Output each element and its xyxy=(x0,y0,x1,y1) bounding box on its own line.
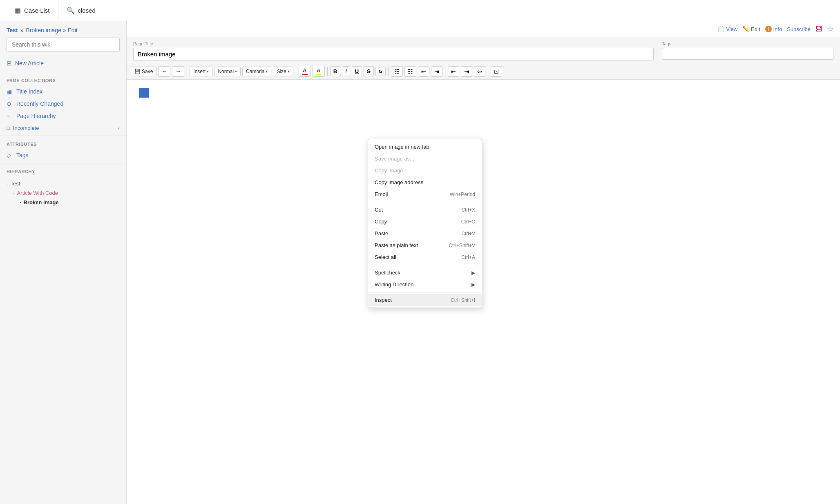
page-title-input[interactable] xyxy=(133,48,654,60)
view-label: View xyxy=(726,26,737,32)
info-badge: i xyxy=(765,26,772,32)
sidebar: Test » Broken image » Edit ⊞ New Article… xyxy=(0,21,127,504)
ctx-inspect-shortcut: Ctrl+Shift+I xyxy=(451,297,475,303)
editor-content[interactable] xyxy=(127,80,840,504)
ctx-sep-2 xyxy=(368,265,482,265)
ctx-emoji[interactable]: Emoji Win+Period xyxy=(368,188,482,200)
sidebar-item-recently-changed[interactable]: ⊙ Recently Changed xyxy=(0,98,126,110)
indent-decrease-button[interactable]: ⇤ xyxy=(418,66,429,77)
tags-label: Tags xyxy=(16,152,29,158)
strikethrough-label: S xyxy=(367,68,371,74)
size-label: Size xyxy=(277,69,286,74)
font-color-label: A xyxy=(303,67,306,74)
ctx-spellcheck-label: Spellcheck xyxy=(375,270,400,276)
tree-label-test: Test xyxy=(11,181,20,187)
ctx-copy-image-label: Copy image xyxy=(375,167,403,174)
ctx-inspect[interactable]: Inspect Ctrl+Shift+I xyxy=(368,294,482,306)
ctx-cut-shortcut: Ctrl+X xyxy=(461,207,475,213)
ctx-copy-image-address[interactable]: Copy image address xyxy=(368,176,482,188)
align-right-button[interactable]: ⇦ xyxy=(474,66,485,77)
save-label: Save xyxy=(142,69,153,74)
ctx-paste[interactable]: Paste Ctrl+V xyxy=(368,227,482,239)
size-dropdown[interactable]: Size ▾ xyxy=(273,67,293,76)
info-button[interactable]: i Info xyxy=(765,26,782,32)
tags-input[interactable] xyxy=(662,48,833,60)
subscribe-label: Subscribe xyxy=(787,26,811,32)
sidebar-item-tags[interactable]: ◇ Tags xyxy=(0,149,126,161)
align-center-button[interactable]: ⇥ xyxy=(461,66,472,77)
search-icon: 🔍 xyxy=(67,7,75,14)
align-left-icon: ⇤ xyxy=(451,68,456,75)
content-area: 📄 View ✏️ Edit i Info Subscribe ⛾ ☆ Page… xyxy=(127,21,840,504)
save-disk-icon: 💾 xyxy=(134,69,141,74)
align-left-button[interactable]: ⇤ xyxy=(448,66,459,77)
incomplete-icon: □ xyxy=(7,125,10,131)
ordered-list-button[interactable]: ☷ xyxy=(391,66,403,77)
hierarchy-tree: · Test · Article With Code · Broken imag… xyxy=(0,176,126,210)
unordered-list-button[interactable]: ☷ xyxy=(404,66,416,77)
font-color-button[interactable]: A xyxy=(299,66,311,77)
subscribe-button[interactable]: Subscribe xyxy=(787,26,811,32)
new-article-label: New Article xyxy=(15,60,44,67)
star-icon[interactable]: ☆ xyxy=(827,25,833,33)
ctx-paste-plain-label: Paste as plain text xyxy=(375,242,418,248)
insert-label: Insert xyxy=(193,69,206,74)
tree-item-article-with-code[interactable]: · Article With Code xyxy=(0,188,126,198)
ctx-select-all-label: Select all xyxy=(375,254,396,260)
sidebar-item-incomplete[interactable]: □ Incomplete ‹ xyxy=(0,122,126,134)
tree-item-test[interactable]: · Test xyxy=(0,179,126,188)
toolbar-sep-6 xyxy=(488,67,488,76)
search-box-wrap xyxy=(0,38,126,56)
breadcrumb: Test » Broken image » Edit xyxy=(0,21,126,38)
ctx-copy-image[interactable]: Copy image xyxy=(368,165,482,176)
tags-label: Tags: xyxy=(662,41,833,46)
ctx-sep-3 xyxy=(368,292,482,292)
editor-scroll[interactable] xyxy=(127,80,840,504)
font-color-swatch xyxy=(302,74,308,75)
recently-changed-label: Recently Changed xyxy=(16,100,63,107)
ctx-spellcheck[interactable]: Spellcheck ▶ xyxy=(368,267,482,279)
case-list-tab[interactable]: ▦ Case List xyxy=(7,0,58,21)
ctx-paste-plain[interactable]: Paste as plain text Ctrl+Shift+V xyxy=(368,239,482,251)
align-center-icon: ⇥ xyxy=(464,68,469,75)
incomplete-label: Incomplete xyxy=(13,125,39,131)
breadcrumb-page[interactable]: Broken image » Edit xyxy=(26,27,78,33)
clear-format-button[interactable]: Ix xyxy=(375,67,386,76)
rss-icon[interactable]: ⛾ xyxy=(815,25,822,33)
ctx-cut[interactable]: Cut Ctrl+X xyxy=(368,204,482,216)
ctx-copy[interactable]: Copy Ctrl+C xyxy=(368,216,482,227)
underline-button[interactable]: U xyxy=(352,66,362,76)
save-button[interactable]: 💾 Save xyxy=(131,67,156,76)
sidebar-item-page-hierarchy[interactable]: ≡ Page Hierarchy xyxy=(0,110,126,122)
ctx-select-all[interactable]: Select all Ctrl+A xyxy=(368,251,482,263)
ctx-writing-direction[interactable]: Writing Direction ▶ xyxy=(368,279,482,290)
indent-increase-button[interactable]: ⇥ xyxy=(431,66,442,77)
indent-inc-icon: ⇥ xyxy=(434,68,439,75)
info-label: Info xyxy=(773,26,782,32)
italic-button[interactable]: I xyxy=(342,66,350,76)
strikethrough-button[interactable]: S xyxy=(364,66,374,76)
sidebar-item-title-index[interactable]: ▦ Title Index xyxy=(0,85,126,98)
bg-color-button[interactable]: A xyxy=(313,66,325,77)
undo-button[interactable]: ← xyxy=(158,66,170,77)
tree-item-broken-image[interactable]: · Broken image xyxy=(0,198,126,207)
source-button[interactable]: ⊡ xyxy=(491,66,502,77)
top-bar: ▦ Case List 🔍 closed xyxy=(0,0,840,21)
view-button[interactable]: 📄 View xyxy=(717,26,737,32)
insert-dropdown[interactable]: Insert ▾ xyxy=(190,67,212,76)
ctx-sep-1 xyxy=(368,202,482,202)
new-article-button[interactable]: ⊞ New Article xyxy=(0,56,126,70)
font-dropdown[interactable]: Cambria ▾ xyxy=(242,67,271,76)
page-title-block: Page Title: xyxy=(133,41,654,60)
redo-button[interactable]: → xyxy=(172,66,184,77)
search-tab[interactable]: 🔍 closed xyxy=(58,0,104,21)
bold-button[interactable]: B xyxy=(330,66,340,76)
search-input[interactable] xyxy=(7,38,120,51)
font-arrow-icon: ▾ xyxy=(266,69,268,74)
format-dropdown[interactable]: Normal ▾ xyxy=(214,67,241,76)
ctx-save-image-as[interactable]: Save image as... xyxy=(368,153,482,165)
ctx-open-image-new-tab[interactable]: Open image in new tab xyxy=(368,141,482,153)
breadcrumb-wiki[interactable]: Test xyxy=(7,27,18,33)
tree-label-article-with-code: Article With Code xyxy=(17,190,58,196)
edit-button[interactable]: ✏️ Edit xyxy=(742,26,760,32)
